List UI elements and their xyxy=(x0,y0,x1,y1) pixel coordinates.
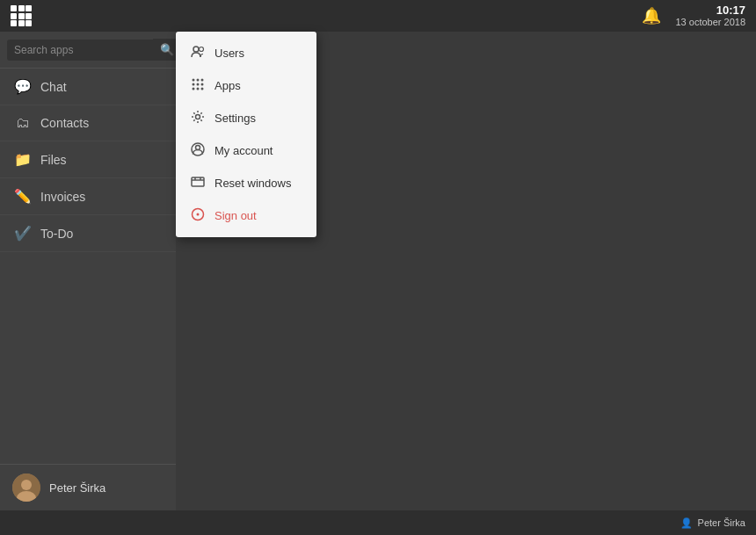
sign-out-label: Sign out xyxy=(214,209,257,222)
svg-rect-17 xyxy=(192,177,204,186)
chat-icon: 💬 xyxy=(14,78,32,95)
reset-windows-label: Reset windows xyxy=(214,177,291,190)
sidebar-item-chat[interactable]: 💬 Chat xyxy=(0,69,176,105)
date-display: 13 october 2018 xyxy=(675,17,745,28)
dropdown-menu: Users Apps Settings xyxy=(176,32,316,237)
bottombar-user-icon: 👤 xyxy=(680,517,693,529)
apps-label: Apps xyxy=(214,79,241,92)
svg-point-4 xyxy=(200,47,204,52)
menu-item-settings[interactable]: Settings xyxy=(176,102,316,134)
files-icon: 📁 xyxy=(14,151,32,168)
svg-point-13 xyxy=(201,88,204,90)
menu-item-sign-out[interactable]: Sign out xyxy=(176,199,316,232)
svg-point-8 xyxy=(193,83,195,86)
topbar: 🔔 10:17 13 october 2018 xyxy=(0,0,756,32)
svg-point-5 xyxy=(193,79,195,82)
bottombar: 👤 Peter Širka xyxy=(0,510,756,535)
svg-point-11 xyxy=(193,88,195,90)
svg-point-1 xyxy=(21,480,32,490)
datetime: 10:17 13 october 2018 xyxy=(675,4,745,29)
svg-point-3 xyxy=(193,47,199,52)
bottombar-username: Peter Širka xyxy=(698,517,745,528)
svg-point-9 xyxy=(197,83,200,86)
contacts-icon: 🗂 xyxy=(14,115,32,131)
my-account-label: My account xyxy=(214,144,273,157)
sidebar-item-invoices[interactable]: ✏️ Invoices xyxy=(0,178,176,215)
svg-point-10 xyxy=(201,83,204,86)
users-icon xyxy=(190,45,206,61)
contacts-label: Contacts xyxy=(40,116,89,130)
apps-grid-icon[interactable] xyxy=(11,5,32,26)
svg-point-22 xyxy=(197,213,200,216)
sidebar-item-files[interactable]: 📁 Files xyxy=(0,141,176,178)
sidebar-item-todo[interactable]: ✔️ To-Do xyxy=(0,215,176,252)
search-bar: 🔍 xyxy=(0,32,176,69)
svg-point-12 xyxy=(197,88,200,90)
invoices-icon: ✏️ xyxy=(14,188,32,205)
invoices-label: Invoices xyxy=(40,190,85,204)
bottombar-user: 👤 Peter Širka xyxy=(680,517,745,529)
signout-icon xyxy=(190,207,206,224)
svg-point-6 xyxy=(197,79,200,82)
sidebar-username: Peter Širka xyxy=(49,481,105,495)
sidebar: 🔍 💬 Chat 🗂 Contacts 📁 Files ✏️ Invoices … xyxy=(0,32,176,510)
settings-label: Settings xyxy=(214,112,256,125)
topbar-left xyxy=(11,5,32,26)
sidebar-item-contacts[interactable]: 🗂 Contacts xyxy=(0,105,176,141)
menu-item-my-account[interactable]: My account xyxy=(176,134,316,167)
chat-label: Chat xyxy=(40,80,67,94)
reset-icon xyxy=(190,175,206,192)
svg-point-7 xyxy=(201,79,204,82)
account-icon xyxy=(190,142,206,159)
settings-icon xyxy=(190,110,206,127)
svg-point-14 xyxy=(196,115,200,119)
users-label: Users xyxy=(214,47,244,60)
menu-item-reset-windows[interactable]: Reset windows xyxy=(176,167,316,199)
menu-item-apps[interactable]: Apps xyxy=(176,69,316,102)
apps-icon xyxy=(190,77,206,94)
topbar-right: 🔔 10:17 13 october 2018 xyxy=(642,4,745,29)
avatar xyxy=(12,474,40,502)
notification-icon[interactable]: 🔔 xyxy=(642,6,661,25)
files-label: Files xyxy=(40,153,67,167)
todo-label: To-Do xyxy=(40,227,73,241)
menu-item-users[interactable]: Users xyxy=(176,37,316,69)
todo-icon: ✔️ xyxy=(14,225,32,242)
search-input[interactable] xyxy=(7,40,153,61)
sidebar-footer[interactable]: Peter Širka xyxy=(0,464,176,510)
time-display: 10:17 xyxy=(716,4,745,18)
